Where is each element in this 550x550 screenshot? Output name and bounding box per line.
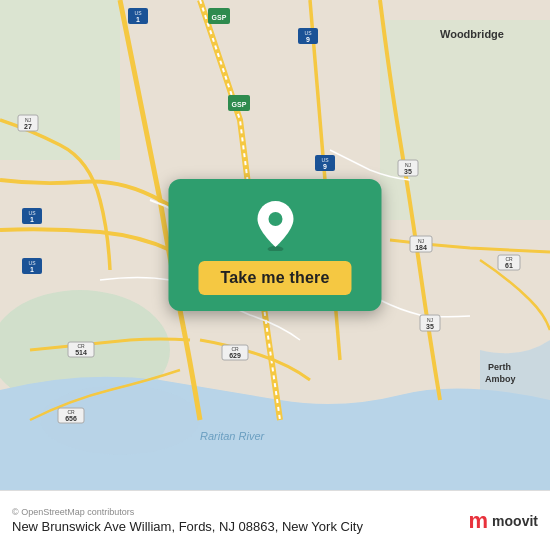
svg-text:Perth: Perth bbox=[488, 362, 511, 372]
svg-text:184: 184 bbox=[415, 244, 427, 251]
svg-text:GSP: GSP bbox=[232, 101, 247, 108]
navigation-overlay-card: Take me there bbox=[168, 179, 381, 311]
svg-text:1: 1 bbox=[30, 216, 34, 223]
svg-text:9: 9 bbox=[306, 36, 310, 43]
take-me-there-button[interactable]: Take me there bbox=[198, 261, 351, 295]
svg-text:35: 35 bbox=[426, 323, 434, 330]
svg-text:1: 1 bbox=[136, 16, 140, 23]
moovit-logo: m moovit bbox=[469, 510, 538, 532]
svg-text:9: 9 bbox=[323, 163, 327, 170]
svg-text:514: 514 bbox=[75, 349, 87, 356]
svg-text:629: 629 bbox=[229, 352, 241, 359]
svg-text:61: 61 bbox=[505, 262, 513, 269]
map-container: Raritan River bbox=[0, 0, 550, 490]
svg-text:35: 35 bbox=[404, 168, 412, 175]
svg-text:GSP: GSP bbox=[212, 14, 227, 21]
svg-text:Raritan River: Raritan River bbox=[200, 430, 266, 442]
destination-address: New Brunswick Ave William, Fords, NJ 088… bbox=[12, 519, 363, 534]
svg-text:1: 1 bbox=[30, 266, 34, 273]
map-attribution: © OpenStreetMap contributors bbox=[12, 507, 363, 517]
moovit-logo-mark: m bbox=[469, 510, 489, 532]
svg-text:Woodbridge: Woodbridge bbox=[440, 28, 504, 40]
svg-rect-1 bbox=[0, 0, 120, 160]
bottom-bar: © OpenStreetMap contributors New Brunswi… bbox=[0, 490, 550, 550]
svg-point-53 bbox=[268, 212, 282, 226]
svg-text:656: 656 bbox=[65, 415, 77, 422]
moovit-logo-text: moovit bbox=[492, 513, 538, 529]
svg-text:27: 27 bbox=[24, 123, 32, 130]
svg-text:Amboy: Amboy bbox=[485, 374, 516, 384]
location-pin-icon bbox=[253, 199, 297, 251]
svg-rect-2 bbox=[380, 20, 550, 220]
address-section: © OpenStreetMap contributors New Brunswi… bbox=[12, 507, 363, 534]
